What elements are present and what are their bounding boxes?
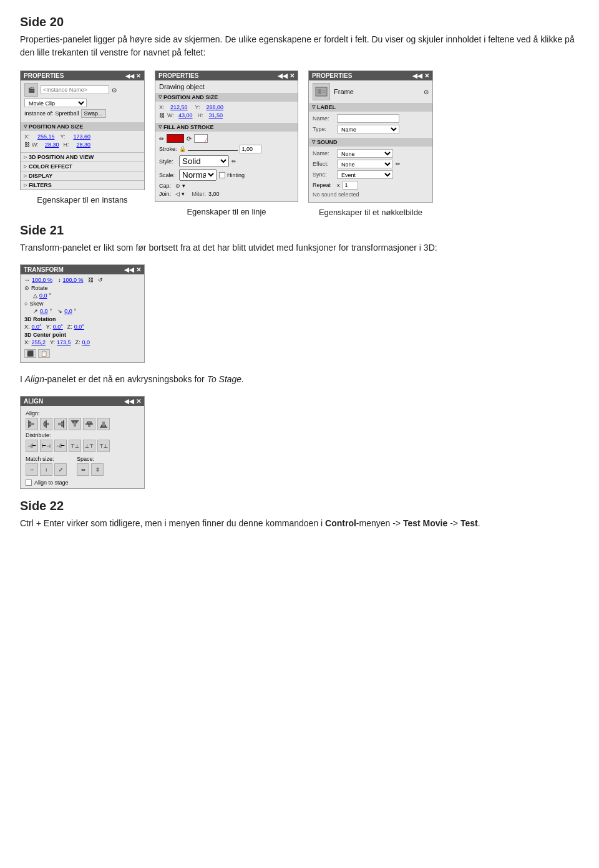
- section-3d: ▷ 3D POSITION AND VIEW: [21, 152, 144, 162]
- space-h-btn[interactable]: ⇔: [77, 463, 89, 476]
- match-h-btn[interactable]: ↕: [40, 463, 52, 476]
- scale-row: Scale: Normal Hinting: [159, 169, 294, 181]
- wh-row: ⛓ W: 28,30 H: 28,30: [24, 142, 140, 148]
- svg-rect-1: [318, 89, 321, 94]
- align-to-stage-checkbox[interactable]: [26, 480, 32, 486]
- transform-panel-wrapper: TRANSFORM ◀◀ ✕ ↔ 100,0 % ↕ 100,0 % ⛓ ↺ ⊙…: [20, 264, 579, 363]
- skew-y-val[interactable]: 0,0: [64, 308, 72, 314]
- align-right-btn[interactable]: [54, 418, 67, 430]
- pencil-icon: ✏: [159, 135, 164, 142]
- panel1-title: PROPERTIES: [24, 72, 64, 79]
- page-title-21: Side 21: [20, 223, 579, 238]
- w-val[interactable]: 28,30: [45, 142, 59, 148]
- align-title: ALIGN: [24, 398, 43, 405]
- dist-top-btn[interactable]: ⊤⊥: [69, 440, 81, 452]
- skew-vals-row: ↗ 0,0 ° ↘ 0,0 °: [24, 308, 140, 314]
- ctrl-after: -menyen ->: [356, 518, 401, 528]
- frame-type-select[interactable]: Name: [337, 125, 399, 133]
- align-center-h-btn[interactable]: [40, 418, 52, 430]
- align-bottom-btn[interactable]: [97, 418, 110, 430]
- instance-name-input[interactable]: [41, 85, 109, 94]
- transform-controls: ◀◀ ✕: [124, 266, 141, 273]
- stroke-row: Stroke: 🔒: [159, 145, 294, 153]
- instance-of-label: Instance of:: [24, 110, 54, 117]
- frame-name-input[interactable]: [337, 114, 399, 123]
- match-both-btn[interactable]: ⤢: [54, 463, 67, 476]
- stroke-label: Stroke:: [159, 146, 177, 152]
- rot3d-x-val[interactable]: 0,0°: [32, 324, 42, 330]
- dist-center-v-btn[interactable]: ⊥⊤: [83, 440, 95, 452]
- align-controls: ◀◀ ✕: [124, 398, 141, 405]
- distribute-label: Distribute:: [26, 432, 139, 438]
- dist-center-h-btn[interactable]: ⊢⊣: [40, 440, 52, 452]
- style-select[interactable]: Solid: [179, 155, 229, 167]
- dist-bottom-btn[interactable]: ⊤⊥: [97, 440, 110, 452]
- sync-select[interactable]: Event: [337, 170, 393, 179]
- center-z-val[interactable]: 0,0: [82, 339, 90, 345]
- x-val[interactable]: 255,15: [37, 133, 55, 140]
- h-val[interactable]: 28,30: [77, 142, 91, 148]
- align-center-v-btn[interactable]: [83, 418, 95, 430]
- repeat-row: Repeat x: [313, 181, 429, 190]
- rot3d-y-val[interactable]: 0,0°: [53, 324, 63, 330]
- match-w-btn[interactable]: ↔: [26, 463, 38, 476]
- obj-type-select[interactable]: Movie Clip: [24, 99, 87, 107]
- panel1-titlebar: PROPERTIES ◀◀ ✕: [21, 71, 144, 80]
- panel3-label-triangle: ▽: [312, 105, 315, 110]
- rotate-val[interactable]: 0,0: [39, 292, 47, 299]
- sound-name-select[interactable]: None: [337, 149, 393, 158]
- panel1-pos-size-section: ▽ POSITION AND SIZE: [21, 122, 144, 131]
- transform-btn2[interactable]: 📋: [38, 349, 50, 358]
- stroke-val-input[interactable]: [240, 145, 261, 153]
- panel2-w-label: W:: [167, 112, 176, 118]
- rotate-radio: ⊙: [24, 285, 29, 291]
- pos-size-triangle: ▽: [24, 124, 27, 129]
- transform-btn1[interactable]: ⬛: [24, 349, 36, 358]
- panel2-y-val[interactable]: 266,00: [207, 104, 224, 110]
- panel3-titlebar: PROPERTIES ◀◀ ✕: [309, 71, 432, 80]
- y-val[interactable]: 173,60: [74, 133, 91, 140]
- align-top-btn[interactable]: [69, 418, 81, 430]
- panel3-sound-triangle: ▽: [312, 140, 315, 145]
- space-v-btn[interactable]: ⇕: [91, 463, 104, 476]
- swap-button[interactable]: Swap...: [81, 109, 106, 118]
- repeat-count-input[interactable]: [343, 181, 358, 190]
- y-label: Y:: [61, 133, 72, 140]
- panel3-container: PROPERTIES ◀◀ ✕ Frame ⊙ ▽ LABEL: [308, 70, 433, 217]
- no-sound-row: No sound selected: [313, 191, 429, 198]
- arrow-text: ->: [450, 518, 458, 528]
- center-y-val[interactable]: 173,5: [57, 339, 71, 345]
- section-color-triangle: ▷: [24, 164, 27, 169]
- dist-left-btn[interactable]: ⊣⊢: [26, 440, 38, 452]
- dist-right-btn[interactable]: ⊣⊢: [54, 440, 67, 452]
- stroke-color-preview[interactable]: ╱: [194, 134, 208, 143]
- properties-panel-drawing: PROPERTIES ◀◀ ✕ Drawing object ▽ POSITIO…: [155, 70, 298, 202]
- skew-x-val[interactable]: 0,0: [40, 308, 48, 314]
- scale-select[interactable]: Normal: [179, 169, 217, 181]
- circle-q-icon: ⊙: [112, 87, 117, 94]
- properties-panel-frame: PROPERTIES ◀◀ ✕ Frame ⊙ ▽ LABEL: [308, 70, 433, 203]
- name-label: Name:: [313, 115, 334, 122]
- miter-label: Miter:: [192, 191, 207, 197]
- scale-h-val[interactable]: 100,0 %: [63, 277, 84, 283]
- scale-h-icon: ↕: [58, 277, 61, 283]
- hinting-checkbox[interactable]: [219, 172, 225, 178]
- chain-icon: ⛓: [24, 142, 30, 148]
- effect-select[interactable]: None: [337, 160, 393, 168]
- join-label: Join:: [159, 191, 173, 197]
- rot3d-z-val[interactable]: 0,0°: [74, 324, 84, 330]
- align-left-btn[interactable]: [26, 418, 38, 430]
- align-to-stage-label: Align to stage: [34, 480, 69, 486]
- panel2-w-val[interactable]: 43,00: [178, 112, 193, 118]
- center-x-val[interactable]: 255,2: [32, 339, 46, 345]
- rotate-angle-icon: △: [33, 292, 37, 299]
- panel2-x-val[interactable]: 212,50: [170, 104, 188, 110]
- align-titlebar: ALIGN ◀◀ ✕: [21, 397, 144, 406]
- join-icon: ◁ ▾: [175, 191, 185, 197]
- scale-w-val[interactable]: 100,0 %: [32, 277, 52, 283]
- distribute-btn-row: ⊣⊢ ⊢⊣ ⊣⊢ ⊤⊥ ⊥⊤ ⊤⊥: [26, 440, 139, 452]
- panel2-obj-title: Drawing object: [155, 80, 298, 93]
- stroke-line-preview: [188, 147, 238, 151]
- panel2-h-val[interactable]: 31,50: [209, 112, 223, 118]
- fill-color-swatch[interactable]: [167, 134, 184, 143]
